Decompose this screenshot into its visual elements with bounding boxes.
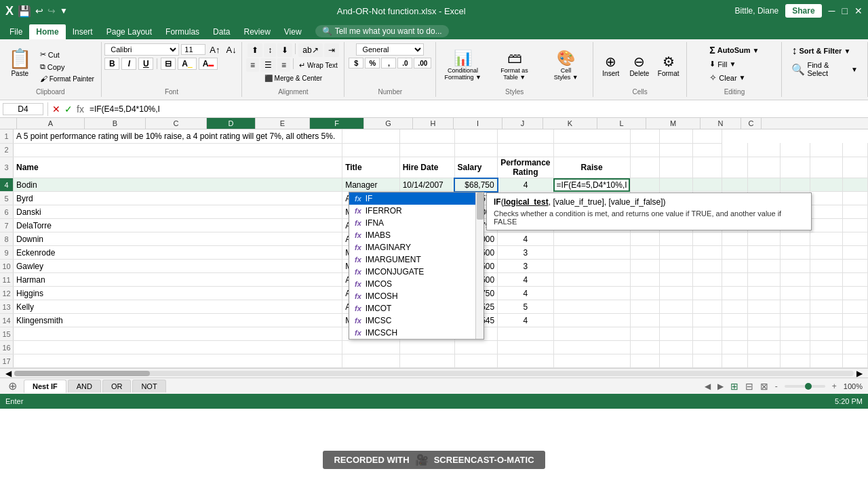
cell-styles-button[interactable]: 🎨 CellStyles ▼	[542, 47, 590, 83]
format-button[interactable]: ⚙ Format	[654, 52, 683, 79]
cell-h14[interactable]	[660, 314, 692, 327]
cell-i3[interactable]	[692, 157, 722, 178]
close-icon[interactable]: ✕	[854, 5, 863, 16]
cell-j12[interactable]	[722, 287, 747, 300]
cell-g9[interactable]	[630, 246, 660, 260]
cell-a16[interactable]	[14, 341, 342, 354]
cell-k3[interactable]	[747, 157, 780, 178]
ribbon-tab-insert[interactable]: Insert	[66, 24, 100, 39]
row-number-11[interactable]: 11	[0, 273, 14, 287]
merge-center-button[interactable]: ⬛ Merge & Center	[262, 73, 326, 83]
cell-j8[interactable]	[722, 232, 747, 246]
cell-m6[interactable]	[810, 205, 842, 219]
cell-m10[interactable]	[810, 260, 842, 273]
cell-j4[interactable]	[722, 178, 747, 192]
col-header-c[interactable]: C	[146, 118, 207, 129]
insert-function-icon[interactable]: fx	[77, 104, 84, 115]
cell-l11[interactable]	[780, 273, 810, 287]
sheet-scroll-left[interactable]: ◀	[702, 382, 713, 391]
cell-g1[interactable]	[342, 129, 400, 143]
cell-h1[interactable]	[399, 129, 454, 143]
cell-m12[interactable]	[810, 287, 842, 300]
cell-f13[interactable]	[553, 300, 630, 314]
cell-b17[interactable]	[342, 354, 400, 368]
cell-h17[interactable]	[660, 354, 692, 368]
cell-k11[interactable]	[747, 273, 780, 287]
row-number-2[interactable]: 2	[0, 143, 14, 157]
fill-button[interactable]: ⬇ Fill ▼	[705, 58, 740, 70]
align-top-button[interactable]: ⬆	[248, 43, 262, 57]
ribbon-tab-page layout[interactable]: Page Layout	[100, 24, 159, 39]
page-layout-view-button[interactable]: ⊟	[743, 381, 756, 392]
cell-a8[interactable]: Downin	[14, 232, 342, 246]
cell-k2[interactable]	[747, 143, 780, 157]
cell-d3[interactable]: Salary	[454, 157, 498, 178]
col-header-l[interactable]: L	[597, 118, 646, 129]
row-number-5[interactable]: 5	[0, 192, 14, 205]
cell-a12[interactable]: Higgins	[14, 287, 342, 300]
cell-m2[interactable]	[810, 143, 842, 157]
col-header-c2[interactable]: C	[741, 118, 762, 129]
cell-n4[interactable]	[842, 178, 867, 192]
align-middle-button[interactable]: ↕	[264, 43, 276, 57]
tell-me-input[interactable]: 🔍 Tell me what you want to do...	[315, 25, 449, 37]
align-left-button[interactable]: ≡	[246, 58, 259, 72]
cell-n17[interactable]	[842, 354, 867, 368]
col-header-f[interactable]: F	[310, 118, 364, 129]
sheet-scroll-right[interactable]: ▶	[715, 382, 726, 391]
col-header-b[interactable]: B	[85, 118, 146, 129]
cell-n7[interactable]	[842, 219, 867, 232]
zoom-thumb[interactable]	[805, 383, 812, 390]
cell-h8[interactable]	[660, 232, 692, 246]
autocomplete-scrollbar[interactable]	[475, 192, 484, 339]
cell-f4[interactable]: =IF(E4=5,D4*10%,I	[553, 178, 630, 192]
ribbon-tab-home[interactable]: Home	[29, 24, 65, 39]
cell-n10[interactable]	[842, 260, 867, 273]
cell-a13[interactable]: Kelly	[14, 300, 342, 314]
cell-n8[interactable]	[842, 232, 867, 246]
cell-j11[interactable]	[722, 273, 747, 287]
comma-button[interactable]: ,	[381, 58, 396, 68]
cell-i16[interactable]	[692, 341, 722, 354]
cell-l4[interactable]	[780, 178, 810, 192]
cell-e11[interactable]: 4	[498, 273, 553, 287]
cell-d16[interactable]	[454, 341, 498, 354]
sheet-tab-nestif[interactable]: Nest IF	[24, 380, 66, 393]
conditional-formatting-button[interactable]: 📊 ConditionalFormatting ▼	[439, 47, 487, 83]
cell-h12[interactable]	[660, 287, 692, 300]
cell-i9[interactable]	[692, 246, 722, 260]
cell-g10[interactable]	[630, 260, 660, 273]
cell-a15[interactable]	[14, 327, 342, 341]
cell-l17[interactable]	[780, 354, 810, 368]
cell-h15[interactable]	[660, 327, 692, 341]
autosum-dropdown-icon[interactable]: ▼	[753, 47, 760, 54]
cell-i2[interactable]	[692, 143, 722, 157]
cell-f17[interactable]	[553, 354, 630, 368]
cell-h9[interactable]	[660, 246, 692, 260]
col-header-n[interactable]: N	[701, 118, 741, 129]
cell-e14[interactable]: 4	[498, 314, 553, 327]
cell-m9[interactable]	[810, 246, 842, 260]
scroll-right-icon[interactable]: ▶	[854, 369, 865, 378]
cell-i11[interactable]	[692, 273, 722, 287]
row-number-4[interactable]: 4	[0, 178, 14, 192]
cell-i12[interactable]	[692, 287, 722, 300]
orientation-button[interactable]: ab↗	[298, 43, 322, 57]
sheet-tab-not[interactable]: NOT	[132, 380, 165, 392]
sort-dropdown-icon[interactable]: ▼	[844, 47, 850, 55]
autosum-button[interactable]: Σ AutoSum ▼	[705, 43, 763, 57]
row-number-14[interactable]: 14	[0, 314, 14, 327]
cell-c16[interactable]	[399, 341, 454, 354]
col-header-h[interactable]: H	[413, 118, 454, 129]
cell-h13[interactable]	[660, 300, 692, 314]
cell-f11[interactable]	[553, 273, 630, 287]
scroll-left-icon[interactable]: ◀	[3, 369, 14, 378]
cell-n9[interactable]	[842, 246, 867, 260]
align-right-button[interactable]: ≡	[277, 58, 290, 72]
cell-l2[interactable]	[780, 143, 810, 157]
cell-n1[interactable]	[692, 129, 722, 143]
customize-icon[interactable]: ▼	[60, 6, 68, 16]
row-number-13[interactable]: 13	[0, 300, 14, 314]
cell-l12[interactable]	[780, 287, 810, 300]
row-number-12[interactable]: 12	[0, 287, 14, 300]
